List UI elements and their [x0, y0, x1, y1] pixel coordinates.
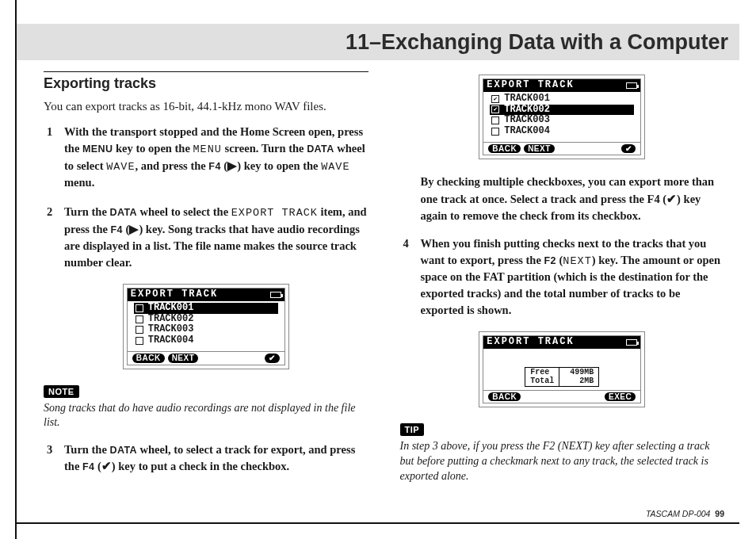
section-rule	[44, 71, 368, 72]
checkbox-icon	[136, 337, 143, 345]
battery-icon	[626, 82, 637, 89]
battery-icon	[270, 292, 281, 298]
step-1: With the transport stopped and the Home …	[44, 124, 368, 191]
section-intro: You can export tracks as 16-bit, 44.1-kH…	[44, 98, 368, 114]
tip-label: TIP	[400, 423, 425, 436]
step-3: Turn the DATA wheel, to select a track f…	[44, 442, 368, 475]
tip-text: In step 3 above, if you press the F2 (NE…	[400, 439, 725, 484]
checkbox-icon	[136, 315, 143, 323]
chapter-title-band: 11–Exchanging Data with a Computer	[17, 24, 739, 60]
steps-list-4: When you finish putting checks next to t…	[400, 235, 725, 319]
checkbox-checked-icon	[491, 105, 499, 113]
step-3-continuation: By checking multiple checkboxes, you can…	[400, 174, 725, 224]
content-area: Exporting tracks You can export tracks a…	[44, 71, 724, 507]
checkbox-icon	[136, 304, 143, 312]
steps-list-cont: Turn the DATA wheel, to select a track f…	[44, 442, 368, 475]
lcd-export-track-3: EXPORT TRACK Free499MB Total2MB BACK EXE…	[479, 331, 645, 407]
page-left-rule	[15, 0, 17, 539]
section-heading: Exporting tracks	[44, 75, 368, 92]
note-label: NOTE	[44, 385, 79, 398]
checkbox-icon	[491, 128, 499, 136]
battery-icon	[626, 339, 637, 346]
left-column: Exporting tracks You can export tracks a…	[44, 71, 368, 507]
lcd-export-track-1: EXPORT TRACK TRACK001 TRACK002 TRACK003 …	[123, 284, 289, 369]
footer-product: TASCAM DP-004	[646, 509, 711, 518]
steps-list: With the transport stopped and the Home …	[44, 124, 368, 271]
export-info-table: Free499MB Total2MB	[525, 367, 599, 387]
checkbox-icon	[491, 117, 499, 124]
step-2: Turn the DATA wheel to select the EXPORT…	[44, 204, 368, 271]
footer-page-number: 99	[715, 509, 724, 518]
note-text: Song tracks that do have audio recording…	[44, 401, 368, 431]
right-column: EXPORT TRACK TRACK001 TRACK002 TRACK003 …	[400, 71, 725, 507]
chapter-title: 11–Exchanging Data with a Computer	[346, 30, 728, 55]
page-footer: TASCAM DP-004 99	[646, 509, 724, 518]
lcd-export-track-2: EXPORT TRACK TRACK001 TRACK002 TRACK003 …	[479, 75, 645, 159]
page-bottom-rule	[15, 522, 739, 524]
checkbox-icon	[136, 326, 143, 334]
checkbox-checked-icon	[491, 95, 499, 103]
step-4: When you finish putting checks next to t…	[400, 235, 725, 319]
